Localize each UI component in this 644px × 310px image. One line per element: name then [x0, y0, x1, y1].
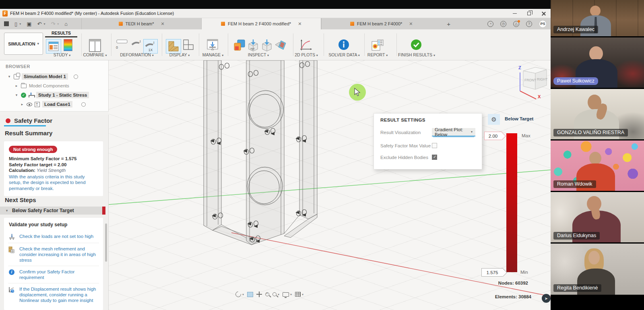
component-icon [14, 74, 19, 79]
workspace-selector[interactable]: SIMULATION ▾ [4, 33, 43, 55]
visibility-ring-icon[interactable] [81, 102, 86, 107]
zoom-tool[interactable] [265, 292, 269, 296]
display-group-label[interactable]: DISPLAY ▾ [163, 52, 196, 57]
tree-item-study1[interactable]: ▾ ✓ Study 1 - Static Stress [14, 91, 89, 99]
chevron-right-icon[interactable]: ▸ [14, 84, 19, 88]
visibility-ring-icon[interactable] [74, 74, 78, 79]
legend-max-value-tag[interactable]: 2.00 [484, 132, 502, 140]
job-status-icon[interactable]: ◷ [500, 21, 506, 27]
home-icon[interactable]: ⌂ [64, 21, 68, 27]
solver-data-group-label[interactable]: SOLVER DATA ▾ [328, 52, 360, 57]
report-group-label[interactable]: REPORT ▾ [365, 52, 390, 57]
participant-video[interactable]: Darius Eidukynas [551, 192, 644, 242]
look-at-tool[interactable] [247, 292, 253, 297]
deformation-actual-icon[interactable]: 0 [116, 39, 128, 50]
tab-close-icon[interactable]: ✕ [161, 21, 165, 27]
zoom-window-tool[interactable]: ▾ [272, 292, 279, 296]
result-visualization-dropdown[interactable]: Gradient Plot: Below ▾ [432, 128, 475, 136]
chevron-down-icon[interactable]: ▾ [7, 74, 11, 79]
undo-icon[interactable]: ↶ [37, 21, 41, 27]
next-step-item[interactable]: Check the loads are not set too high [8, 231, 99, 243]
redo-caret-icon[interactable]: ▾ [57, 22, 59, 26]
report-icon[interactable] [371, 39, 384, 51]
legend-settings-gear-icon[interactable]: ⚙ [488, 114, 500, 125]
orbit-tool[interactable]: ▾ [235, 291, 244, 297]
tab-fem-h-beam[interactable]: FEM H beam 2 F4000* ✕ [321, 18, 441, 29]
inspect-probe-icon[interactable] [261, 39, 273, 52]
2d-plots-icon[interactable] [299, 39, 312, 52]
deformation-group-label[interactable]: DEFORMATION ▾ [116, 52, 158, 57]
participant-video[interactable]: Roman Wdowik [551, 141, 644, 191]
panel-scrollbar[interactable] [105, 223, 107, 262]
deformation-scaled-icon[interactable]: I [131, 39, 142, 48]
participant-video[interactable]: Andrzej Kawalec [551, 0, 644, 36]
feedback-icon[interactable]: ➤ [542, 294, 551, 303]
app-grid-icon[interactable] [4, 21, 9, 26]
tree-item-model-components[interactable]: ▸ Model Components [14, 82, 69, 90]
restore-icon[interactable] [527, 12, 531, 15]
inspect-xyz-probe-icon[interactable]: xyz [247, 39, 259, 52]
participant-video[interactable]: GONZALO VALIÑO RIESTRA [551, 89, 644, 139]
manage-icon[interactable] [206, 39, 219, 52]
tab-close-icon[interactable]: ✕ [298, 21, 301, 27]
legend-max-label: Max [522, 133, 530, 138]
tab-fem-h-beam-modified[interactable]: FEM H beam 2 F4000 modified* ✕ [201, 18, 321, 29]
tab-close-icon[interactable]: ✕ [409, 21, 413, 27]
tab-tedi-h-beam[interactable]: TEDI H beam* ✕ [81, 18, 201, 29]
compare-icon[interactable] [89, 39, 101, 52]
redo-icon[interactable]: ↷ [51, 21, 55, 27]
tree-item-load-case1[interactable]: ▸ Load Case1 [20, 100, 86, 108]
inspect-result-icon[interactable] [233, 39, 246, 51]
red-severity-bar [102, 207, 105, 215]
file-caret-icon[interactable]: ▾ [19, 22, 21, 26]
finish-results-icon[interactable] [411, 39, 422, 50]
safety-factor-max-checkbox[interactable] [432, 143, 437, 148]
view-cube[interactable]: FRONT RIGHT Z X [512, 60, 549, 102]
notifications-icon[interactable]: △ [513, 21, 519, 27]
legend-plot-icon[interactable] [64, 39, 72, 51]
study-group-label[interactable]: STUDY ▾ [45, 52, 79, 57]
chevron-right-icon[interactable]: ▸ [20, 102, 24, 106]
tree-item-simulation-model[interactable]: ▾ Simulation Model 1 [7, 72, 78, 81]
chevron-down-icon[interactable]: ▾ [5, 209, 9, 213]
finish-results-group-label[interactable]: FINISH RESULTS ▾ [396, 52, 437, 57]
inspect-slice-plane-icon[interactable] [274, 39, 287, 51]
h-beam-model[interactable] [198, 60, 325, 250]
solver-data-icon[interactable] [338, 39, 349, 50]
viewport-3d[interactable]: RESULT SETTINGS Result Visualization Gra… [109, 60, 551, 310]
tree-item-label: Model Components [29, 83, 69, 88]
participant-video[interactable]: Regita Bendikienė [551, 244, 644, 295]
2d-plots-group-label[interactable]: 2D PLOTS ▾ [294, 52, 319, 57]
undo-caret-icon[interactable]: ▾ [43, 22, 45, 26]
below-target-section-row[interactable]: ▾ Below Safety Factor Target [0, 207, 105, 215]
chevron-down-icon[interactable]: ▾ [14, 93, 19, 97]
next-step-item[interactable]: i Confirm your Safety Factor requirement [8, 266, 99, 283]
x-axis-label: X [538, 94, 541, 99]
help-icon[interactable]: ? [526, 21, 532, 27]
new-tab-icon[interactable]: + [441, 18, 456, 29]
display-boxes-icon[interactable] [183, 39, 194, 50]
legend-min-value-tag[interactable]: 1.575 [481, 268, 503, 277]
eye-icon[interactable] [27, 103, 32, 106]
manage-group-label[interactable]: MANAGE ▾ [200, 52, 225, 57]
user-avatar[interactable]: PS [539, 20, 547, 28]
elements-count: Elements: 30884 [467, 294, 531, 299]
file-menu-icon[interactable]: ▯ [14, 21, 17, 27]
pan-tool[interactable] [256, 291, 262, 297]
display-mesh-icon[interactable] [166, 39, 181, 54]
display-settings-tool[interactable]: ▾ [283, 292, 292, 297]
exclude-hidden-bodies-checkbox[interactable] [432, 155, 437, 160]
compare-group-label[interactable]: COMPARE ▾ [83, 52, 107, 57]
chevron-down-icon: ▾ [37, 42, 39, 45]
close-icon[interactable] [541, 11, 546, 16]
next-step-item[interactable]: Check the mesh refinement and consider i… [8, 243, 99, 266]
extensions-icon[interactable]: ◔ [487, 21, 493, 27]
inspect-group-label[interactable]: INSPECT ▾ [239, 52, 278, 57]
grid-snaps-tool[interactable]: ▾ [295, 292, 303, 297]
next-step-item[interactable]: If the Displacement result shows high di… [8, 283, 99, 306]
deformation-1x-icon[interactable]: I 1X [143, 39, 158, 54]
participant-video[interactable]: Paweł Sułkowicz [551, 37, 644, 88]
minimize-icon[interactable] [513, 13, 517, 14]
study-active-icon[interactable] [46, 39, 61, 54]
save-icon[interactable]: ▣ [27, 21, 31, 27]
